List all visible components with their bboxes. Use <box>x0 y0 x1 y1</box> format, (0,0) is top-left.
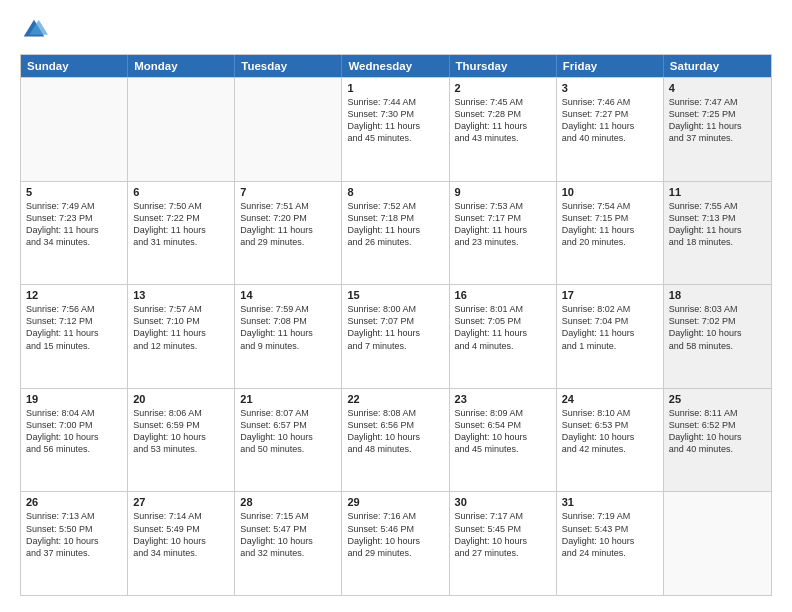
day-number: 18 <box>669 289 766 301</box>
calendar-row: 26Sunrise: 7:13 AM Sunset: 5:50 PM Dayli… <box>21 491 771 595</box>
calendar-header-cell: Wednesday <box>342 55 449 77</box>
logo-icon <box>20 16 48 44</box>
day-number: 19 <box>26 393 122 405</box>
calendar-row: 12Sunrise: 7:56 AM Sunset: 7:12 PM Dayli… <box>21 284 771 388</box>
calendar-cell: 9Sunrise: 7:53 AM Sunset: 7:17 PM Daylig… <box>450 182 557 285</box>
cell-text: Sunrise: 8:10 AM Sunset: 6:53 PM Dayligh… <box>562 407 658 456</box>
day-number: 4 <box>669 82 766 94</box>
calendar-cell: 27Sunrise: 7:14 AM Sunset: 5:49 PM Dayli… <box>128 492 235 595</box>
cell-text: Sunrise: 7:49 AM Sunset: 7:23 PM Dayligh… <box>26 200 122 249</box>
day-number: 25 <box>669 393 766 405</box>
calendar-cell: 31Sunrise: 7:19 AM Sunset: 5:43 PM Dayli… <box>557 492 664 595</box>
calendar-cell: 17Sunrise: 8:02 AM Sunset: 7:04 PM Dayli… <box>557 285 664 388</box>
calendar-cell: 29Sunrise: 7:16 AM Sunset: 5:46 PM Dayli… <box>342 492 449 595</box>
day-number: 26 <box>26 496 122 508</box>
cell-text: Sunrise: 7:46 AM Sunset: 7:27 PM Dayligh… <box>562 96 658 145</box>
cell-text: Sunrise: 7:59 AM Sunset: 7:08 PM Dayligh… <box>240 303 336 352</box>
calendar-cell: 28Sunrise: 7:15 AM Sunset: 5:47 PM Dayli… <box>235 492 342 595</box>
cell-text: Sunrise: 7:15 AM Sunset: 5:47 PM Dayligh… <box>240 510 336 559</box>
calendar-cell: 15Sunrise: 8:00 AM Sunset: 7:07 PM Dayli… <box>342 285 449 388</box>
calendar-cell <box>664 492 771 595</box>
cell-text: Sunrise: 8:04 AM Sunset: 7:00 PM Dayligh… <box>26 407 122 456</box>
calendar-cell: 2Sunrise: 7:45 AM Sunset: 7:28 PM Daylig… <box>450 78 557 181</box>
day-number: 15 <box>347 289 443 301</box>
calendar-cell: 20Sunrise: 8:06 AM Sunset: 6:59 PM Dayli… <box>128 389 235 492</box>
calendar-cell <box>128 78 235 181</box>
day-number: 22 <box>347 393 443 405</box>
day-number: 14 <box>240 289 336 301</box>
calendar-cell: 4Sunrise: 7:47 AM Sunset: 7:25 PM Daylig… <box>664 78 771 181</box>
page: SundayMondayTuesdayWednesdayThursdayFrid… <box>0 0 792 612</box>
cell-text: Sunrise: 8:11 AM Sunset: 6:52 PM Dayligh… <box>669 407 766 456</box>
cell-text: Sunrise: 7:45 AM Sunset: 7:28 PM Dayligh… <box>455 96 551 145</box>
cell-text: Sunrise: 8:07 AM Sunset: 6:57 PM Dayligh… <box>240 407 336 456</box>
cell-text: Sunrise: 7:13 AM Sunset: 5:50 PM Dayligh… <box>26 510 122 559</box>
cell-text: Sunrise: 8:02 AM Sunset: 7:04 PM Dayligh… <box>562 303 658 352</box>
calendar-header-cell: Sunday <box>21 55 128 77</box>
day-number: 2 <box>455 82 551 94</box>
calendar-cell: 26Sunrise: 7:13 AM Sunset: 5:50 PM Dayli… <box>21 492 128 595</box>
header <box>20 16 772 44</box>
calendar-cell: 7Sunrise: 7:51 AM Sunset: 7:20 PM Daylig… <box>235 182 342 285</box>
calendar-header-row: SundayMondayTuesdayWednesdayThursdayFrid… <box>21 55 771 77</box>
cell-text: Sunrise: 7:55 AM Sunset: 7:13 PM Dayligh… <box>669 200 766 249</box>
cell-text: Sunrise: 7:57 AM Sunset: 7:10 PM Dayligh… <box>133 303 229 352</box>
calendar-cell: 14Sunrise: 7:59 AM Sunset: 7:08 PM Dayli… <box>235 285 342 388</box>
calendar-body: 1Sunrise: 7:44 AM Sunset: 7:30 PM Daylig… <box>21 77 771 595</box>
day-number: 23 <box>455 393 551 405</box>
day-number: 21 <box>240 393 336 405</box>
calendar: SundayMondayTuesdayWednesdayThursdayFrid… <box>20 54 772 596</box>
cell-text: Sunrise: 7:44 AM Sunset: 7:30 PM Dayligh… <box>347 96 443 145</box>
calendar-cell: 11Sunrise: 7:55 AM Sunset: 7:13 PM Dayli… <box>664 182 771 285</box>
day-number: 8 <box>347 186 443 198</box>
calendar-cell: 6Sunrise: 7:50 AM Sunset: 7:22 PM Daylig… <box>128 182 235 285</box>
day-number: 24 <box>562 393 658 405</box>
cell-text: Sunrise: 7:54 AM Sunset: 7:15 PM Dayligh… <box>562 200 658 249</box>
calendar-row: 19Sunrise: 8:04 AM Sunset: 7:00 PM Dayli… <box>21 388 771 492</box>
day-number: 7 <box>240 186 336 198</box>
calendar-cell <box>235 78 342 181</box>
cell-text: Sunrise: 7:51 AM Sunset: 7:20 PM Dayligh… <box>240 200 336 249</box>
calendar-header-cell: Friday <box>557 55 664 77</box>
calendar-cell: 13Sunrise: 7:57 AM Sunset: 7:10 PM Dayli… <box>128 285 235 388</box>
calendar-cell: 3Sunrise: 7:46 AM Sunset: 7:27 PM Daylig… <box>557 78 664 181</box>
day-number: 27 <box>133 496 229 508</box>
calendar-cell: 5Sunrise: 7:49 AM Sunset: 7:23 PM Daylig… <box>21 182 128 285</box>
day-number: 13 <box>133 289 229 301</box>
day-number: 1 <box>347 82 443 94</box>
calendar-cell: 1Sunrise: 7:44 AM Sunset: 7:30 PM Daylig… <box>342 78 449 181</box>
calendar-cell: 21Sunrise: 8:07 AM Sunset: 6:57 PM Dayli… <box>235 389 342 492</box>
logo <box>20 16 52 44</box>
cell-text: Sunrise: 8:03 AM Sunset: 7:02 PM Dayligh… <box>669 303 766 352</box>
day-number: 10 <box>562 186 658 198</box>
day-number: 31 <box>562 496 658 508</box>
calendar-cell: 10Sunrise: 7:54 AM Sunset: 7:15 PM Dayli… <box>557 182 664 285</box>
day-number: 16 <box>455 289 551 301</box>
day-number: 29 <box>347 496 443 508</box>
day-number: 11 <box>669 186 766 198</box>
cell-text: Sunrise: 8:01 AM Sunset: 7:05 PM Dayligh… <box>455 303 551 352</box>
calendar-cell <box>21 78 128 181</box>
cell-text: Sunrise: 8:06 AM Sunset: 6:59 PM Dayligh… <box>133 407 229 456</box>
calendar-header-cell: Thursday <box>450 55 557 77</box>
calendar-cell: 8Sunrise: 7:52 AM Sunset: 7:18 PM Daylig… <box>342 182 449 285</box>
calendar-cell: 23Sunrise: 8:09 AM Sunset: 6:54 PM Dayli… <box>450 389 557 492</box>
calendar-cell: 16Sunrise: 8:01 AM Sunset: 7:05 PM Dayli… <box>450 285 557 388</box>
day-number: 6 <box>133 186 229 198</box>
cell-text: Sunrise: 8:08 AM Sunset: 6:56 PM Dayligh… <box>347 407 443 456</box>
calendar-cell: 24Sunrise: 8:10 AM Sunset: 6:53 PM Dayli… <box>557 389 664 492</box>
calendar-cell: 30Sunrise: 7:17 AM Sunset: 5:45 PM Dayli… <box>450 492 557 595</box>
calendar-cell: 18Sunrise: 8:03 AM Sunset: 7:02 PM Dayli… <box>664 285 771 388</box>
day-number: 17 <box>562 289 658 301</box>
cell-text: Sunrise: 7:16 AM Sunset: 5:46 PM Dayligh… <box>347 510 443 559</box>
cell-text: Sunrise: 7:47 AM Sunset: 7:25 PM Dayligh… <box>669 96 766 145</box>
day-number: 12 <box>26 289 122 301</box>
day-number: 20 <box>133 393 229 405</box>
cell-text: Sunrise: 8:09 AM Sunset: 6:54 PM Dayligh… <box>455 407 551 456</box>
day-number: 28 <box>240 496 336 508</box>
calendar-cell: 19Sunrise: 8:04 AM Sunset: 7:00 PM Dayli… <box>21 389 128 492</box>
day-number: 5 <box>26 186 122 198</box>
calendar-header-cell: Tuesday <box>235 55 342 77</box>
day-number: 30 <box>455 496 551 508</box>
calendar-row: 1Sunrise: 7:44 AM Sunset: 7:30 PM Daylig… <box>21 77 771 181</box>
